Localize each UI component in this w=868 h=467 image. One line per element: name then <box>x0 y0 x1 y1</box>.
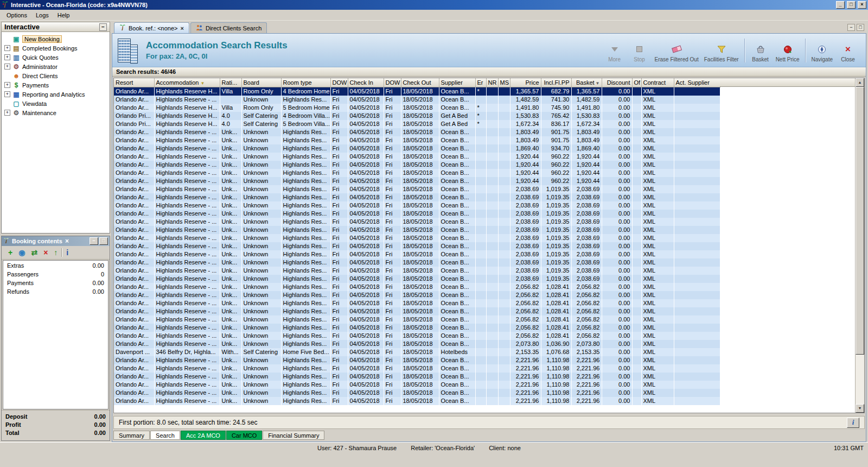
table-row[interactable]: Orlando Ar...Highlands Reserve - ...Unk.… <box>114 250 720 258</box>
sidebar-item-maintenance[interactable]: +⚙Maintenance <box>2 108 110 117</box>
table-row[interactable]: Orlando Ar...Highlands Reserve - ...Unk.… <box>114 153 720 161</box>
table-row[interactable]: Orlando Ar...Highlands Reserve - ...Unk.… <box>114 389 720 397</box>
table-row[interactable]: Orlando Ar...Highlands Reserve - ...Unk.… <box>114 234 720 242</box>
table-row[interactable]: Orlando Ar...Highlands Reserve - ...Unk.… <box>114 283 720 291</box>
bottom-tab-summary[interactable]: Summary <box>113 431 150 440</box>
menu-options[interactable]: Options <box>2 11 31 20</box>
menu-logs[interactable]: Logs <box>31 11 53 20</box>
expand-icon[interactable]: + <box>4 91 10 97</box>
table-row[interactable]: Orlando Ar...Highlands Reserve - ...Unk.… <box>114 291 720 299</box>
booking-minimize-icon[interactable]: − <box>90 237 98 245</box>
column-header-incl-fl-pp[interactable]: Incl.Fl.PP <box>541 78 571 87</box>
scroll-down-icon[interactable]: ▼ <box>856 404 864 413</box>
column-header-discount[interactable]: Discount <box>602 78 632 87</box>
vertical-scrollbar[interactable]: ▲ ▼ <box>855 78 864 413</box>
expand-icon[interactable]: + <box>4 64 10 70</box>
bottom-tab-search[interactable]: Search <box>150 431 180 440</box>
table-row[interactable]: Orlando Ar...Highlands Reserve - ...Unk.… <box>114 258 720 267</box>
expand-icon[interactable]: + <box>4 82 10 88</box>
table-row[interactable]: Orlando Ar...Highlands Reserve - ...Unk.… <box>114 226 720 234</box>
expand-icon[interactable]: + <box>4 45 10 51</box>
booking-row-passengers[interactable]: Passengers0 <box>3 270 108 279</box>
table-row[interactable]: Orlando Ar...Highlands Reserve - ...Unk.… <box>114 161 720 169</box>
info-button[interactable]: i <box>847 418 859 428</box>
table-row[interactable]: Orlando Ar...Highlands Reserve - ...Unk.… <box>114 373 720 381</box>
column-header-check-out[interactable]: Check Out <box>401 78 439 87</box>
table-row[interactable]: Orlando Ar...Highlands Reserve - ...Unkn… <box>114 96 720 104</box>
tab-book-ref[interactable]: Book. ref.: <none> × <box>114 22 189 33</box>
column-header-basket[interactable]: Basket▼ <box>571 78 602 87</box>
table-row[interactable]: Orlando Ar...Highlands Reserve - ...Unk.… <box>114 356 720 364</box>
column-header-price[interactable]: Price <box>510 78 541 87</box>
table-row[interactable]: Orlando Ar...Highlands Reserve - ...Unk.… <box>114 210 720 218</box>
bottom-tab-financial-summary[interactable]: Financial Summary <box>263 431 324 440</box>
table-row[interactable]: Orlando Ar...Highlands Reserve - ...Unk.… <box>114 193 720 201</box>
sidebar-item-direct-clients[interactable]: ☻Direct Clients <box>2 71 110 80</box>
column-header-resort[interactable]: Resort <box>114 78 154 87</box>
table-row[interactable]: Orlando Pri...Highlands Reserve H...4.0S… <box>114 112 720 120</box>
menu-help[interactable]: Help <box>53 11 74 20</box>
table-row[interactable]: Orlando Ar...Highlands Reserve - ...Unk.… <box>114 340 720 348</box>
table-row[interactable]: Orlando Ar...Highlands Reserve - ...Unk.… <box>114 128 720 136</box>
table-row[interactable]: Orlando Ar...Highlands Reserve - ...Unk.… <box>114 332 720 340</box>
table-row[interactable]: Orlando Ar...Highlands Reserve - ...Unk.… <box>114 177 720 185</box>
transfer-icon[interactable]: ⇄ <box>31 248 37 257</box>
stop-button[interactable]: Stop <box>627 37 652 64</box>
sidebar-item-quick-quotes[interactable]: +▥Quick Quotes <box>2 53 110 62</box>
sidebar-item-completed-bookings[interactable]: +▤Completed Bookings <box>2 43 110 53</box>
filter-icon[interactable]: ▼ <box>200 81 205 86</box>
world-icon[interactable]: ◉ <box>18 248 25 257</box>
tab-close-icon[interactable]: × <box>181 25 184 31</box>
minimize-icon[interactable]: _ <box>836 1 845 9</box>
navigate-button[interactable]: Navigate <box>809 37 835 64</box>
table-row[interactable]: Orlando Ar...Highlands Reserve - ...Unk.… <box>114 242 720 250</box>
booking-row-extras[interactable]: Extras0.00 <box>3 262 108 270</box>
table-row[interactable]: Orlando Ar...Highlands Reserve - ...Unk.… <box>114 169 720 177</box>
column-header-accommodation[interactable]: Accommodation▼ <box>154 78 220 87</box>
sidebar-item-viewdata[interactable]: ▢Viewdata <box>2 99 110 108</box>
bottom-tab-acc-2a-mco[interactable]: Acc 2A MCO <box>181 431 226 440</box>
column-header-nr[interactable]: NR <box>486 78 498 87</box>
table-row[interactable]: Orlando Ar...Highlands Reserve - ...Unk.… <box>114 218 720 226</box>
booking-restore-icon[interactable]: □ <box>99 237 108 245</box>
panel-minimize-icon[interactable]: − <box>847 24 855 31</box>
table-row[interactable]: Orlando Ar...Highlands Reserve - ...Unk.… <box>114 267 720 275</box>
table-row[interactable]: Orlando Ar...Highlands Reserve - ...Unk.… <box>114 324 720 332</box>
column-header-contract[interactable]: Contract <box>641 78 674 87</box>
column-header-ms[interactable]: MS <box>498 78 510 87</box>
table-row[interactable]: Orlando Ar...Highlands Reserve - ...Unk.… <box>114 185 720 193</box>
collapse-panel-icon[interactable]: − <box>99 23 107 31</box>
table-row[interactable]: Orlando Ar...Highlands Reserve H...Villa… <box>114 87 720 96</box>
more-button[interactable]: More <box>602 37 627 64</box>
table-row[interactable]: Orlando Ar...Highlands Reserve - ...Unk.… <box>114 136 720 144</box>
table-row[interactable]: Orlando Ar...Highlands Reserve H...Villa… <box>114 104 720 112</box>
erase-filtered-out-button[interactable]: Erase Filtered Out <box>652 37 701 64</box>
column-header-room-type[interactable]: Room type <box>281 78 330 87</box>
column-header-of[interactable]: Of <box>632 78 641 87</box>
booking-close-icon[interactable]: × <box>65 237 69 245</box>
column-header-board[interactable]: Board <box>241 78 281 87</box>
basket-button[interactable]: Basket <box>748 37 773 64</box>
sidebar-item-new-booking[interactable]: ▣New Booking <box>2 34 110 43</box>
table-row[interactable]: Orlando Ar...Highlands Reserve - ...Unk.… <box>114 364 720 373</box>
delete-icon[interactable]: × <box>43 248 48 257</box>
table-row[interactable]: Davenport ...346 Belfry Dr, Highla...Wit… <box>114 348 720 356</box>
sidebar-item-administrator[interactable]: +⚙Administrator <box>2 62 110 71</box>
column-header-dow[interactable]: DOW <box>330 78 348 87</box>
bottom-tab-car-mco[interactable]: Car MCO <box>226 431 262 440</box>
table-row[interactable]: Orlando Ar...Highlands Reserve - ...Unk.… <box>114 397 720 405</box>
close-results-button[interactable]: × Close <box>835 37 860 64</box>
table-row[interactable]: Orlando Pri...Highlands Reserve H...4.0S… <box>114 120 720 128</box>
close-window-icon[interactable]: × <box>858 1 866 9</box>
add-icon[interactable]: + <box>8 248 12 257</box>
booking-row-refunds[interactable]: Refunds0.00 <box>3 288 108 296</box>
expand-icon[interactable]: + <box>4 110 10 116</box>
upload-icon[interactable]: ↑ <box>54 248 58 257</box>
column-header-rati[interactable]: Rati... <box>220 78 241 87</box>
tab-direct-clients-search[interactable]: Direct Clients Search <box>190 22 267 33</box>
expand-icon[interactable]: + <box>4 54 10 60</box>
table-row[interactable]: Orlando Ar...Highlands Reserve - ...Unk.… <box>114 275 720 283</box>
facilities-filter-button[interactable]: Facilities Filter <box>701 37 742 64</box>
column-header-act-supplier[interactable]: Act. Supplier <box>674 78 720 87</box>
maximize-icon[interactable]: □ <box>847 1 856 9</box>
